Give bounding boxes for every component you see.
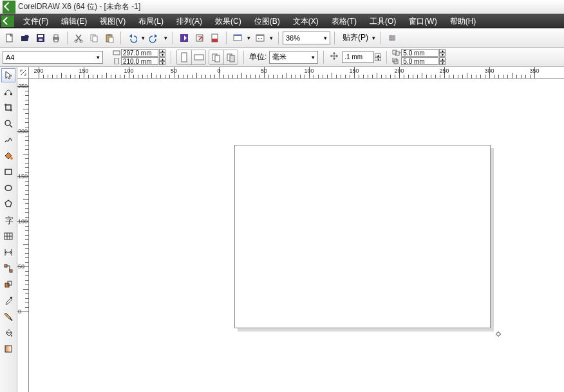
drawing-canvas[interactable] — [29, 79, 564, 392]
pick-tool[interactable] — [1, 68, 15, 82]
cut-button[interactable] — [71, 31, 86, 45]
svg-rect-35 — [393, 50, 397, 54]
vertical-ruler[interactable]: 250200150100500 — [17, 79, 29, 392]
portrait-button[interactable] — [177, 50, 191, 64]
dup-x-icon — [392, 50, 401, 57]
options-button[interactable] — [385, 31, 399, 45]
shape-tool[interactable] — [1, 84, 15, 98]
page-width-input[interactable] — [121, 49, 158, 57]
svg-rect-32 — [215, 55, 220, 62]
separator — [243, 51, 244, 64]
page-height-input[interactable] — [121, 57, 158, 65]
menu-effects[interactable]: 效果(C) — [209, 14, 248, 28]
crop-tool[interactable] — [1, 100, 15, 115]
window-title: CorelDRAW X6 (64 位) - [未命名 -1] — [18, 1, 140, 12]
undo-dropdown[interactable]: ▾ — [140, 35, 146, 41]
menu-bitmap[interactable]: 位图(B) — [248, 14, 287, 28]
drawing-page[interactable] — [234, 145, 491, 328]
menu-window[interactable]: 窗口(W) — [402, 14, 443, 28]
print-button[interactable] — [49, 31, 63, 45]
dimension-tool[interactable] — [1, 245, 15, 259]
menu-text[interactable]: 文本(X) — [287, 14, 325, 28]
height-spinner[interactable]: ▴▾ — [159, 57, 165, 65]
connector-tool[interactable] — [1, 261, 15, 275]
menu-arrange[interactable]: 排列(A) — [170, 14, 209, 28]
menu-table[interactable]: 表格(T) — [325, 14, 363, 28]
ellipse-tool[interactable] — [1, 181, 15, 195]
menu-edit[interactable]: 编辑(E) — [55, 14, 93, 28]
workspace: 字 20015010050050100150200250300350 25020… — [0, 67, 564, 392]
freehand-tool[interactable] — [1, 133, 15, 147]
dup-x-spinner[interactable]: ▴▾ — [439, 49, 446, 57]
paper-size-combo[interactable]: A4 ▾ — [3, 51, 103, 64]
publish-pdf-button[interactable] — [208, 31, 222, 45]
dup-y-spinner[interactable]: ▴▾ — [439, 57, 446, 65]
menu-file[interactable]: 文件(F) — [17, 14, 55, 28]
separator — [171, 51, 171, 64]
fill-tool[interactable] — [1, 326, 15, 340]
app-launcher-dropdown[interactable]: ▾ — [268, 35, 274, 41]
horizontal-ruler[interactable]: 20015010050050100150200250300350 — [17, 67, 564, 79]
dup-y-input[interactable] — [401, 57, 438, 65]
undo-button[interactable] — [125, 31, 139, 45]
all-pages-button[interactable] — [209, 50, 223, 64]
menu-layout[interactable]: 布局(L) — [132, 14, 170, 28]
menu-help[interactable]: 帮助(H) — [444, 14, 483, 28]
paste-button[interactable] — [102, 31, 117, 45]
export-button[interactable] — [193, 31, 207, 45]
import-button[interactable] — [177, 31, 191, 45]
snap-dropdown[interactable]: ▾ — [371, 35, 377, 41]
polygon-tool[interactable] — [1, 197, 15, 211]
separator — [323, 51, 324, 64]
copy-button[interactable] — [87, 31, 101, 45]
save-button[interactable] — [33, 31, 48, 45]
units-combo[interactable]: 毫米 ▾ — [269, 51, 318, 64]
svg-rect-43 — [5, 169, 12, 174]
ruler-label: 200 — [33, 68, 43, 74]
separator — [334, 32, 335, 44]
ruler-label: 150 — [349, 68, 359, 74]
open-button[interactable] — [18, 31, 32, 45]
nudge-distance-input[interactable] — [342, 51, 374, 63]
smart-fill-tool[interactable] — [1, 149, 15, 163]
text-tool[interactable]: 字 — [1, 213, 15, 227]
dup-x-input[interactable] — [401, 49, 438, 57]
width-spinner[interactable]: ▴▾ — [159, 49, 165, 57]
ruler-label: 100 — [304, 68, 314, 74]
new-button[interactable] — [3, 31, 17, 45]
units-value: 毫米 — [272, 52, 287, 62]
interactive-effects-tool[interactable] — [1, 277, 15, 292]
eyedropper-tool[interactable] — [1, 294, 15, 308]
svg-rect-2 — [38, 35, 43, 37]
app-icon — [3, 1, 15, 14]
menu-tools[interactable]: 工具(O) — [363, 14, 402, 28]
separator — [226, 32, 227, 44]
redo-dropdown[interactable]: ▾ — [163, 35, 169, 41]
rectangle-tool[interactable] — [1, 165, 15, 179]
dup-y-icon — [392, 58, 401, 65]
ruler-label: 0 — [18, 308, 21, 315]
outline-pen-tool[interactable] — [1, 310, 15, 324]
svg-rect-13 — [109, 37, 113, 42]
duplicate-offset: ▴▾ ▴▾ — [392, 49, 446, 66]
redo-button[interactable] — [147, 31, 162, 45]
zoom-tool[interactable] — [1, 117, 15, 131]
interactive-fill-tool[interactable] — [1, 342, 15, 356]
app-launcher-button[interactable] — [253, 31, 267, 45]
resize-handle[interactable] — [496, 331, 501, 337]
table-tool[interactable] — [1, 229, 15, 243]
title-bar: CorelDRAW X6 (64 位) - [未命名 -1] — [0, 0, 564, 14]
svg-rect-48 — [10, 270, 12, 272]
svg-rect-40 — [10, 93, 12, 95]
fullscreen-dropdown[interactable]: ▾ — [246, 35, 252, 41]
svg-rect-39 — [5, 93, 6, 95]
svg-point-26 — [391, 39, 393, 41]
ruler-origin[interactable] — [17, 67, 29, 79]
landscape-button[interactable] — [191, 50, 205, 64]
fullscreen-button[interactable] — [230, 31, 245, 45]
svg-rect-21 — [256, 35, 264, 36]
nudge-spinner[interactable]: ▴▾ — [375, 53, 381, 61]
current-page-button[interactable] — [223, 50, 238, 64]
menu-view[interactable]: 视图(V) — [93, 14, 132, 28]
zoom-level-combo[interactable]: 36% ▾ — [283, 32, 330, 44]
